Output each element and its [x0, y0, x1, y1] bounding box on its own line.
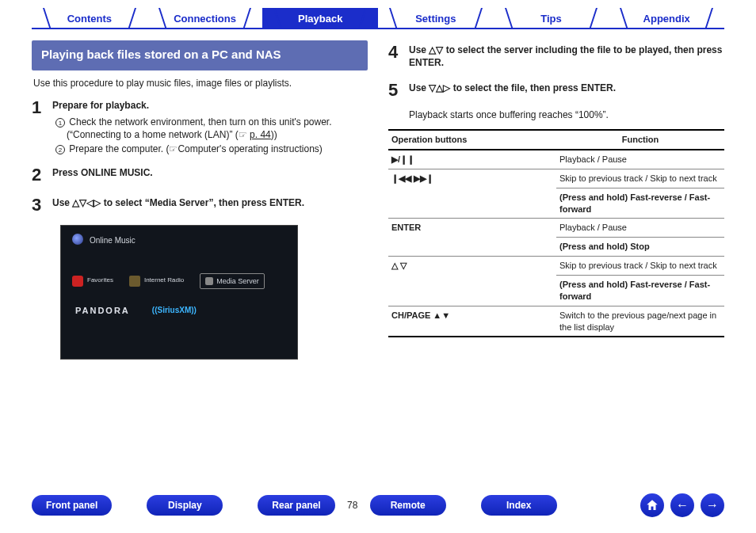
arrow-left-icon: ←: [676, 498, 689, 512]
step-subnote: Playback starts once buffering reaches “…: [409, 109, 724, 121]
table-header: Operation buttons: [388, 130, 556, 150]
remote-button[interactable]: Remote: [370, 495, 446, 516]
fn-cell: (Press and hold) Fast-reverse / Fast-for…: [556, 188, 724, 219]
tab-label: Contents: [67, 13, 112, 25]
home-button[interactable]: [640, 493, 664, 517]
substep-tail: )): [271, 129, 277, 140]
circled-2-icon: 2: [55, 145, 65, 154]
osd-label: Internet Radio: [144, 276, 184, 285]
osd-screenshot: Online Music Favorites Internet Radio Me…: [60, 225, 298, 360]
osd-row2: PANDORA ((SiriusXM)): [75, 305, 197, 317]
table-row: △ ▽ Skip to previous track / Skip to nex…: [388, 257, 724, 276]
tab-label: Tips: [540, 13, 562, 25]
step-title: Use △▽ to select the server including th…: [409, 44, 724, 69]
step-4: 4 Use △▽ to select the server including …: [388, 40, 724, 72]
table-row: ❙◀◀ ▶▶❙ Skip to previous track / Skip to…: [388, 169, 724, 188]
intro-text: Use this procedure to play music files, …: [33, 77, 368, 89]
hand-icon: ☞: [239, 129, 247, 140]
fn-cell: (Press and hold) Fast-reverse / Fast-for…: [556, 276, 724, 306]
step-number: 1: [32, 96, 52, 157]
radio-icon: [129, 276, 140, 287]
right-column: 4 Use △▽ to select the server including …: [388, 40, 724, 360]
osd-internet-radio: Internet Radio: [129, 276, 184, 287]
step-number: 5: [388, 78, 409, 102]
fn-cell: Switch to the previous page/next page in…: [556, 306, 724, 337]
tab-playback[interactable]: Playback: [262, 8, 378, 29]
table-header-row: Operation buttons Function: [388, 130, 724, 150]
step-1: 1 Prepare for playback. 1 Check the netw…: [32, 96, 368, 157]
osd-label: Media Server: [216, 276, 259, 286]
circled-1-icon: 1: [55, 118, 65, 128]
table-row: ENTER Playback / Pause: [388, 219, 724, 238]
osd-title: Online Music: [90, 235, 136, 246]
step-number: 3: [32, 193, 52, 217]
op-cell: ▶/❙❙: [388, 150, 556, 169]
page-number: 78: [335, 500, 370, 511]
table-row: ▶/❙❙ Playback / Pause: [388, 150, 724, 169]
arrow-right-icon: →: [706, 498, 719, 512]
page-link[interactable]: p. 44: [250, 129, 271, 140]
left-column: Playing back files stored on a PC and NA…: [32, 40, 368, 360]
tab-label: Connections: [174, 13, 236, 25]
fn-cell: Playback / Pause: [556, 150, 724, 169]
osd-label: Favorites: [87, 276, 113, 285]
osd-favorites: Favorites: [72, 276, 113, 287]
tab-connections[interactable]: Connections: [147, 8, 263, 29]
fn-cell: Skip to previous track / Skip to next tr…: [556, 257, 724, 276]
op-cell: △ ▽: [388, 257, 556, 306]
siriusxm-logo: ((SiriusXM)): [152, 305, 197, 316]
index-button[interactable]: Index: [481, 495, 557, 516]
tab-appendix[interactable]: Appendix: [609, 8, 724, 29]
server-icon: [205, 277, 213, 285]
step-title: Use ▽△▷ to select the file, then press E…: [409, 82, 724, 94]
osd-media-server: Media Server: [200, 273, 265, 289]
substep-2: 2 Prepare the computer. (☞Computer's ope…: [52, 143, 368, 155]
substep-text: Check the network environment, then turn…: [67, 116, 331, 140]
heart-icon: [72, 276, 83, 287]
section-heading: Playing back files stored on a PC and NA…: [32, 40, 368, 70]
tab-label: Playback: [298, 13, 342, 25]
tab-label: Appendix: [643, 13, 690, 25]
step-number: 2: [32, 163, 52, 187]
op-cell: ENTER: [388, 219, 556, 257]
hand-icon: ☞: [169, 143, 178, 154]
table-header: Function: [556, 130, 724, 150]
op-cell: ❙◀◀ ▶▶❙: [388, 169, 556, 219]
front-panel-button[interactable]: Front panel: [32, 495, 112, 516]
display-button[interactable]: Display: [147, 495, 223, 516]
osd-row1: Favorites Internet Radio Media Server: [72, 273, 265, 289]
step-title: Press ONLINE MUSIC.: [52, 166, 368, 179]
op-cell: CH/PAGE ▲▼: [388, 306, 556, 337]
top-tabs: Contents Connections Playback Settings T…: [0, 0, 756, 29]
fn-cell: Playback / Pause: [556, 219, 724, 238]
substep-text: Prepare the computer. (: [69, 143, 169, 154]
next-page-button[interactable]: →: [701, 493, 724, 517]
bottom-bar: Front panel Display Rear panel 78 Remote…: [0, 493, 756, 517]
step-3: 3 Use △▽◁▷ to select “Media Server”, the…: [32, 193, 368, 217]
tab-settings[interactable]: Settings: [378, 8, 494, 29]
step-title: Prepare for playback.: [52, 99, 368, 112]
substep-tail: Computer's operating instructions): [178, 143, 322, 154]
prev-page-button[interactable]: ←: [670, 493, 694, 517]
step-title: Use △▽◁▷ to select “Media Server”, then …: [52, 196, 368, 209]
home-icon: [645, 498, 659, 512]
pandora-logo: PANDORA: [75, 305, 130, 317]
fn-cell: Skip to previous track / Skip to next tr…: [556, 169, 724, 188]
tab-contents[interactable]: Contents: [32, 8, 147, 29]
table-row: CH/PAGE ▲▼ Switch to the previous page/n…: [388, 306, 724, 337]
main-content: Playing back files stored on a PC and NA…: [0, 29, 756, 360]
step-5: 5 Use ▽△▷ to select the file, then press…: [388, 78, 724, 102]
globe-icon: [72, 234, 83, 245]
step-number: 4: [388, 40, 409, 72]
tab-tips[interactable]: Tips: [494, 8, 609, 29]
fn-cell: (Press and hold) Stop: [556, 238, 724, 257]
tab-label: Settings: [415, 13, 456, 25]
function-table: Operation buttons Function ▶/❙❙ Playback…: [388, 129, 724, 337]
substep-1: 1 Check the network environment, then tu…: [52, 116, 368, 141]
rear-panel-button[interactable]: Rear panel: [258, 495, 334, 516]
step-2: 2 Press ONLINE MUSIC.: [32, 163, 368, 187]
